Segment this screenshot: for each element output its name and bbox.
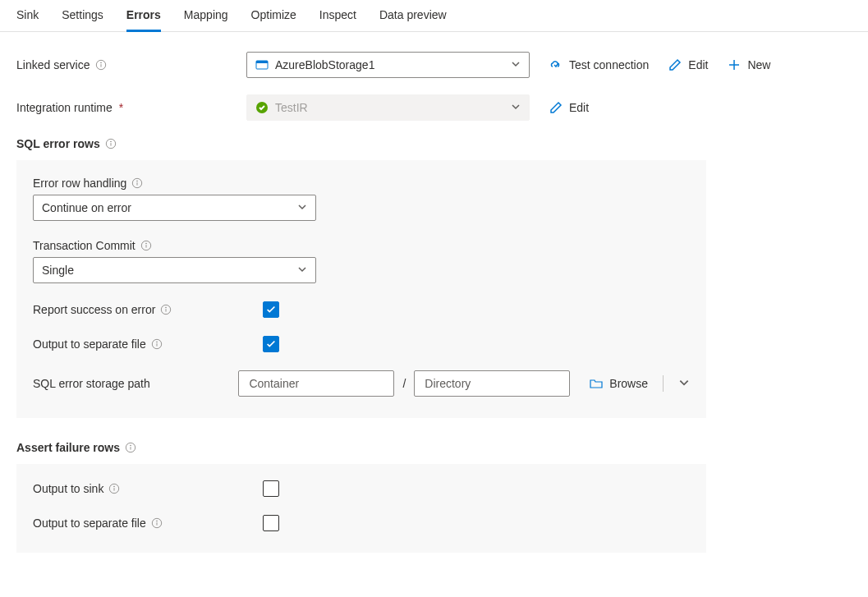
info-icon [151,338,163,350]
info-icon [125,442,136,453]
integration-runtime-value: TestIR [275,101,504,114]
chevron-down-icon [511,58,521,71]
info-icon [105,138,117,149]
info-icon [108,483,120,494]
tab-mapping[interactable]: Mapping [184,8,228,32]
output-separate-file-label: Output to separate file [33,338,263,351]
info-icon [131,177,143,189]
chevron-down-icon [297,264,307,277]
test-connection-button[interactable]: Test connection [549,58,649,71]
linked-service-value: AzureBlobStorage1 [275,58,504,71]
svg-point-31 [156,521,157,521]
svg-point-2 [100,62,101,63]
integration-runtime-select[interactable]: TestIR [246,94,530,121]
assert-failure-rows-title: Assert failure rows [16,441,852,454]
assert-output-separate-file-checkbox[interactable] [263,515,279,531]
chevron-down-icon [297,201,307,214]
tab-sink[interactable]: Sink [16,8,39,32]
output-to-sink-label: Output to sink [33,482,263,495]
storage-icon [255,58,269,71]
tab-bar: Sink Settings Errors Mapping Optimize In… [0,0,868,32]
svg-point-25 [131,445,131,446]
sql-error-storage-path-label: SQL error storage path [33,377,238,390]
sql-error-rows-title: SQL error rows [16,137,852,150]
output-to-sink-checkbox[interactable] [263,480,279,497]
tab-optimize[interactable]: Optimize [251,8,296,32]
transaction-commit-select[interactable]: Single [33,257,316,283]
edit-icon [668,58,682,71]
report-success-checkbox[interactable] [263,301,279,318]
sql-error-rows-panel: Error row handling Continue on error Tra… [16,160,706,418]
connection-icon [549,58,563,71]
chevron-down-icon [511,101,521,114]
plus-icon [728,58,741,71]
browse-dropdown[interactable] [678,377,690,391]
tab-data-preview[interactable]: Data preview [379,8,447,32]
divider [663,375,664,392]
info-icon [95,59,107,71]
info-icon [140,240,152,251]
error-row-handling-label: Error row handling [33,177,690,190]
edit-icon [549,101,563,114]
output-separate-file-checkbox[interactable] [263,336,279,352]
linked-service-select[interactable]: AzureBlobStorage1 [246,52,530,78]
tab-settings[interactable]: Settings [62,8,103,32]
transaction-commit-label: Transaction Commit [33,239,690,252]
svg-point-22 [156,342,157,342]
folder-icon [590,377,603,390]
svg-rect-4 [256,61,268,63]
svg-point-13 [137,181,138,181]
svg-point-28 [114,486,115,487]
assert-failure-rows-panel: Output to sink Output to separate file [16,464,706,553]
browse-button[interactable]: Browse [590,377,648,390]
tab-inspect[interactable]: Inspect [319,8,356,32]
svg-point-10 [110,141,111,142]
tab-errors[interactable]: Errors [126,8,161,32]
report-success-label: Report success on error [33,303,263,316]
edit-runtime-button[interactable]: Edit [549,101,589,114]
integration-runtime-label: Integration runtime* [16,101,246,114]
svg-point-16 [145,243,146,244]
path-separator: / [401,377,407,390]
assert-output-separate-file-label: Output to separate file [33,517,263,530]
container-input[interactable] [238,370,394,397]
new-linked-service-button[interactable]: New [728,58,770,71]
edit-linked-service-button[interactable]: Edit [668,58,708,71]
linked-service-label: Linked service [16,58,246,71]
info-icon [160,304,172,315]
svg-point-19 [166,307,167,308]
info-icon [151,517,163,529]
error-row-handling-select[interactable]: Continue on error [33,195,316,221]
check-circle-icon [255,101,269,114]
directory-input[interactable] [414,370,570,397]
